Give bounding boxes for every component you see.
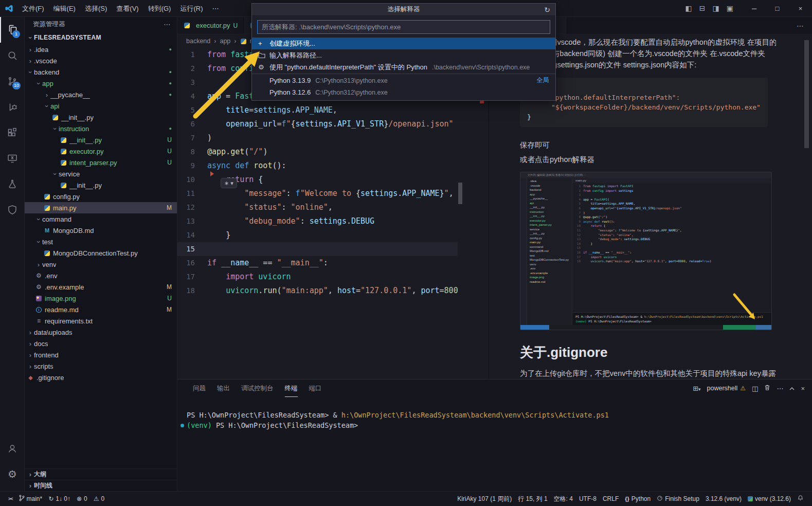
gitlens-blame[interactable]: KiriAky 107 (1 周前)	[454, 495, 515, 503]
tree-file[interactable]: ⚙.env	[25, 270, 177, 281]
split-terminal-icon[interactable]: ◫	[752, 385, 758, 392]
source-control-icon[interactable]: 10	[0, 68, 25, 94]
gitlens-icon[interactable]	[0, 197, 25, 223]
menu-item-⋯[interactable]: ⋯	[207, 0, 223, 17]
search-icon[interactable]	[0, 43, 25, 68]
quickpick-item-4[interactable]: Python 3.12.6C:\Python312\python.exe	[252, 86, 555, 98]
tree-folder[interactable]: ›service	[25, 168, 177, 179]
quickpick-item-1[interactable]: 输入解释器路径...	[252, 49, 555, 61]
tree-file[interactable]: __init__.py	[25, 179, 177, 191]
tree-folder[interactable]: ›.idea●	[25, 44, 177, 55]
layout-icon-0[interactable]: ◧	[685, 4, 692, 12]
menu-item-查看(V)[interactable]: 查看(V)	[112, 0, 143, 17]
explorer-icon[interactable]: 1	[0, 17, 25, 43]
menu-item-选择(S)[interactable]: 选择(S)	[80, 0, 112, 17]
minimize-button[interactable]: ─	[743, 0, 766, 17]
layout-icon-2[interactable]: ◨	[713, 4, 719, 12]
tree-folder[interactable]: ›api	[25, 100, 177, 112]
terminal-shell-label[interactable]: powershell ⚠	[707, 385, 746, 392]
tree-folder[interactable]: ›instruction●	[25, 123, 177, 134]
tree-folder[interactable]: ›docs	[25, 338, 177, 349]
quickpick-item-0[interactable]: +创建虚拟环境...	[252, 38, 555, 49]
git-sync[interactable]: ↻1↓ 0↑	[45, 495, 74, 502]
language-mode[interactable]: {}Python	[622, 495, 654, 502]
tree-file[interactable]: image.pngU	[25, 293, 177, 304]
tree-file[interactable]: config.py	[25, 191, 177, 202]
tree-folder[interactable]: ›.vscode	[25, 55, 177, 66]
tree-folder[interactable]: ›scripts	[25, 360, 177, 372]
tree-file[interactable]: ◆.gitignore	[25, 372, 177, 383]
indentation[interactable]: 空格: 4	[551, 495, 576, 503]
panel-tab-问题[interactable]: 问题	[193, 380, 206, 397]
close-panel-icon[interactable]: ×	[801, 385, 805, 392]
breadcrumb-item-backend[interactable]: backend	[186, 38, 210, 45]
panel-tab-终端[interactable]: 终端	[285, 380, 298, 397]
finish-setup[interactable]: Finish Setup	[654, 495, 702, 503]
menu-item-编辑(E)[interactable]: 编辑(E)	[49, 0, 80, 17]
tree-file[interactable]: __init__.py	[25, 112, 177, 123]
tree-folder[interactable]: ›command	[25, 213, 177, 225]
layout-icon-1[interactable]: ⊟	[699, 4, 706, 12]
tree-file[interactable]: main.pyM	[25, 202, 177, 213]
tree-folder[interactable]: ›data\uploads	[25, 327, 177, 338]
editor-scrollbar[interactable]	[458, 183, 462, 204]
tree-folder[interactable]: ›app●	[25, 78, 177, 89]
testing-icon[interactable]	[0, 171, 25, 197]
quickpick-item-3[interactable]: Python 3.13.9C:\Python313\python.exe全局	[252, 75, 555, 86]
terminal-output[interactable]: PS H:\OwnProject\FilesReadSysteam> & h:\…	[177, 397, 812, 430]
explorer-root[interactable]: › FILESREADSYSTEAM	[25, 31, 177, 44]
menu-item-运行(R)[interactable]: 运行(R)	[175, 0, 207, 17]
layout-icon-3[interactable]: ▣	[727, 4, 733, 12]
notifications[interactable]	[794, 495, 807, 503]
tree-folder[interactable]: ›frontend	[25, 349, 177, 360]
cursor-position[interactable]: 行 15, 列 1	[515, 495, 550, 503]
eol[interactable]: CRLF	[600, 495, 622, 502]
inline-chat-icon[interactable]: ∗▾	[221, 178, 237, 188]
tree-file[interactable]: ireadme.mdM	[25, 304, 177, 315]
maximize-button[interactable]: □	[766, 0, 789, 17]
maximize-panel-icon[interactable]	[789, 385, 795, 392]
panel-tab-输出[interactable]: 输出	[217, 380, 230, 397]
tab-executor.py[interactable]: executor.pyU	[177, 17, 244, 34]
preview-scrollbar[interactable]	[804, 40, 809, 148]
tree-file[interactable]: MMongoDB.md	[25, 225, 177, 236]
launch-profile-icon[interactable]: ⊞▾	[693, 385, 700, 392]
sidebar-section-时间线[interactable]: ›时间线	[25, 480, 177, 491]
tree-file[interactable]: ⚙.env.exampleM	[25, 281, 177, 293]
editor-actions-icon[interactable]: ⋯	[797, 22, 804, 30]
python-env[interactable]: venv (3.12.6)	[745, 495, 794, 502]
git-branch[interactable]: main*	[16, 495, 46, 503]
python-version[interactable]: 3.12.6 (venv)	[702, 495, 745, 502]
problems-errors[interactable]: ⊗0	[74, 495, 91, 502]
close-button[interactable]: ×	[789, 0, 812, 17]
tree-folder[interactable]: ›test	[25, 236, 177, 247]
kill-terminal-icon[interactable]	[764, 384, 770, 392]
remote-explorer-icon[interactable]	[0, 146, 25, 171]
tree-file[interactable]: intent_parser.pyU	[25, 157, 177, 168]
quickpick-group-link[interactable]: 全局	[536, 76, 549, 85]
breadcrumb-item-app[interactable]: app	[220, 38, 230, 45]
tree-file[interactable]: __init__.pyU	[25, 134, 177, 146]
tree-folder[interactable]: ›backend●	[25, 66, 177, 78]
tree-file[interactable]: executor.pyU	[25, 146, 177, 157]
panel-tab-调试控制台[interactable]: 调试控制台	[241, 380, 274, 397]
refresh-icon[interactable]: ↻	[544, 6, 550, 14]
tree-file[interactable]: ≡requirements.txt	[25, 315, 177, 327]
problems-warnings[interactable]: ⚠0	[91, 495, 107, 502]
panel-tab-端口[interactable]: 端口	[309, 380, 322, 397]
menu-item-转到(G)[interactable]: 转到(G)	[143, 0, 176, 17]
interpreter-input[interactable]	[257, 20, 550, 34]
extensions-icon[interactable]	[0, 120, 25, 146]
tree-file[interactable]: MongoDBConnectionTest.py	[25, 247, 177, 259]
accounts-icon[interactable]	[0, 436, 25, 461]
remote-indicator[interactable]: ><	[5, 496, 16, 501]
encoding[interactable]: UTF-8	[576, 495, 600, 502]
tree-folder[interactable]: ›__pycache__●	[25, 89, 177, 100]
panel-more-icon[interactable]: ⋯	[777, 385, 783, 392]
tree-folder[interactable]: ›venv	[25, 259, 177, 270]
menu-item-文件(F)[interactable]: 文件(F)	[17, 0, 49, 17]
run-debug-icon[interactable]	[0, 94, 25, 120]
sidebar-section-大纲[interactable]: ›大纲	[25, 468, 177, 480]
more-actions-icon[interactable]: ⋯	[164, 20, 171, 28]
settings-gear-icon[interactable]: ⚙	[0, 461, 25, 487]
